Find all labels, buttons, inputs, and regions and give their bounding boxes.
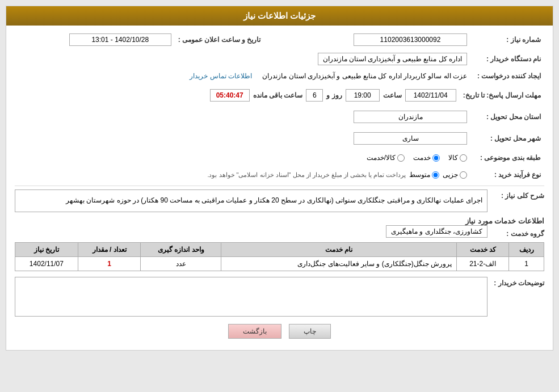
need-number-label: شماره نیاز :: [470, 31, 544, 48]
col-row-num: ردیف: [509, 242, 544, 256]
col-need-date: تاریخ نیاز: [15, 242, 78, 256]
purchase-type-radio-motavasset[interactable]: [432, 171, 439, 179]
province-cell: مازندران: [15, 108, 470, 125]
announce-datetime-cell: 1402/10/28 - 13:01: [15, 31, 175, 48]
deadline-table: مهلت ارسال پاسخ: تا تاریخ: 1402/11/04 سا…: [15, 87, 544, 104]
col-service-code: کد خدمت: [457, 242, 509, 256]
response-days-value: 6: [306, 89, 323, 102]
response-deadline-label: مهلت ارسال پاسخ: تا تاریخ:: [460, 87, 544, 104]
announce-datetime-label: تاریخ و ساعت اعلان عمومی :: [175, 31, 277, 48]
contact-link[interactable]: اطلاعات تماس خریدار: [190, 72, 252, 80]
category-radio-kala[interactable]: [460, 154, 467, 162]
buyer-org-label: نام دستگاه خریدار :: [470, 53, 544, 65]
divider-1: [15, 186, 544, 186]
category-option-3: کالا/خدمت: [367, 154, 405, 162]
buyer-notes-label: توضیحات خریدار :: [487, 277, 544, 287]
category-radio-both[interactable]: [397, 154, 405, 162]
page-title: جزئیات اطلاعات نیاز: [243, 11, 316, 20]
buyer-org-value: اداره کل منابع طبیعی و آبخیزداری استان م…: [318, 53, 467, 65]
service-group-row: گروه خدمت : کشاورزی، جنگلداری و ماهیگیری: [15, 227, 544, 238]
province-value: مازندران: [354, 111, 467, 123]
description-section: شرح کلی نیاز : اجرای عملیات نهالکاری و م…: [15, 189, 544, 212]
cell-row-num: 1: [509, 256, 544, 271]
need-number-value: 1102003613000092: [354, 33, 467, 46]
category-cell: کالا خدمت کالا/خدمت: [15, 151, 470, 164]
purchase-type-table: نوع فرآیند خرید : جزیی متوسط پرداخت: [15, 168, 544, 181]
description-value-cell: اجرای عملیات نهالکاری و مراقبتی جنگلکاری…: [15, 189, 487, 212]
city-cell: ساری: [15, 130, 470, 147]
category-kala-label: کالا: [448, 154, 458, 162]
response-countdown: 05:40:47: [210, 89, 250, 102]
print-button[interactable]: چاپ: [289, 324, 331, 339]
province-label: استان محل تحویل :: [470, 108, 544, 125]
category-option-2: خدمت: [413, 154, 440, 162]
requester-table: ایجاد کننده درخواست : عزت اله سالو کاربر…: [15, 70, 544, 82]
buyer-notes-section: توضیحات خریدار :: [15, 277, 544, 318]
category-table: طبقه بندی موضوعی : کالا خدمت: [15, 151, 544, 164]
category-option-1: کالا: [448, 154, 467, 162]
requester-value: عزت اله سالو کاربردار اداره کل منابع طبی…: [262, 72, 467, 80]
response-time-label: ساعت: [383, 91, 402, 99]
purchase-type-cell: جزیی متوسط پرداخت تمام یا بخشی از مبلغ خ…: [15, 168, 470, 181]
category-both-label: کالا/خدمت: [367, 154, 396, 162]
city-value: ساری: [354, 132, 467, 145]
col-service-name: نام خدمت: [221, 242, 457, 256]
province-table: استان محل تحویل : مازندران: [15, 108, 544, 125]
cell-service-name: پرورش جنگل(جنگلکاری) و سایر فعالیت‌های ج…: [221, 256, 457, 271]
purchase-type-option-1: جزیی: [443, 171, 467, 179]
announce-datetime-value: 1402/10/28 - 13:01: [69, 33, 171, 46]
service-group-label: گروه خدمت :: [487, 227, 544, 238]
buyer-notes-textarea[interactable]: [15, 277, 487, 317]
service-group-value: کشاورزی، جنگلداری و ماهیگیری: [386, 225, 487, 238]
category-radio-khedmat[interactable]: [432, 154, 440, 162]
category-khedmat-label: خدمت: [413, 154, 431, 162]
requester-label: ایجاد کننده درخواست :: [470, 70, 544, 82]
buttons-row: چاپ بازگشت: [15, 324, 544, 344]
response-days-label: روز و: [326, 91, 342, 99]
response-time-value: 19:00: [346, 89, 380, 102]
city-label: شهر محل تحویل :: [470, 130, 544, 147]
services-table: ردیف کد خدمت نام خدمت واحد اندازه گیری ت…: [15, 242, 544, 271]
category-label: طبقه بندی موضوعی :: [470, 151, 544, 164]
purchase-type-jozi-label: جزیی: [443, 171, 458, 179]
response-hours-label: ساعت باقی مانده: [253, 91, 303, 99]
top-info-table: شماره نیاز : 1102003613000092 تاریخ و سا…: [15, 31, 544, 48]
description-label: شرح کلی نیاز :: [487, 189, 544, 200]
deadline-row: 1402/11/04 ساعت 19:00 روز و 6 ساعت باقی …: [15, 87, 460, 104]
purchase-type-motavasset-label: متوسط: [409, 171, 430, 179]
card-header: جزئیات اطلاعات نیاز: [6, 6, 553, 26]
table-row: 1 الف-2-21 پرورش جنگل(جنگلکاری) و سایر ف…: [15, 256, 544, 271]
col-unit: واحد اندازه گیری: [141, 242, 221, 256]
cell-need-date: 1402/11/07: [15, 256, 78, 271]
buyer-org-cell: اداره کل منابع طبیعی و آبخیزداری استان م…: [15, 53, 470, 65]
cell-unit: عدد: [141, 256, 221, 271]
cell-service-code: الف-2-21: [457, 256, 509, 271]
buyer-notes-value-cell: [15, 277, 487, 318]
col-quantity: تعداد / مقدار: [78, 242, 141, 256]
back-button[interactable]: بازگشت: [228, 324, 281, 339]
city-table: شهر محل تحویل : ساری: [15, 130, 544, 147]
card-body: شماره نیاز : 1102003613000092 تاریخ و سا…: [6, 26, 553, 350]
purchase-type-radio-jozi[interactable]: [460, 171, 467, 179]
main-card: جزئیات اطلاعات نیاز شماره نیاز : 1102003…: [6, 6, 553, 351]
description-value: اجرای عملیات نهالکاری و مراقبتی جنگلکاری…: [15, 189, 487, 212]
purchase-type-option-2: متوسط: [409, 171, 439, 179]
need-number-cell: 1102003613000092: [294, 31, 470, 48]
purchase-type-note: پرداخت تمام یا بخشی از مبلغ خریدار از مح…: [207, 171, 406, 179]
services-section-title: اطلاعات خدمات مورد نیاز: [15, 217, 544, 225]
cell-quantity: 1: [78, 256, 141, 271]
service-group-value-cell: کشاورزی، جنگلداری و ماهیگیری: [15, 227, 487, 235]
purchase-type-label: نوع فرآیند خرید :: [470, 168, 544, 181]
page-wrapper: جزئیات اطلاعات نیاز شماره نیاز : 1102003…: [0, 0, 559, 392]
buyer-org-table: نام دستگاه خریدار : اداره کل منابع طبیعی…: [15, 53, 544, 65]
response-date-value: 1402/11/04: [405, 89, 456, 102]
requester-cell: عزت اله سالو کاربردار اداره کل منابع طبی…: [15, 70, 470, 82]
